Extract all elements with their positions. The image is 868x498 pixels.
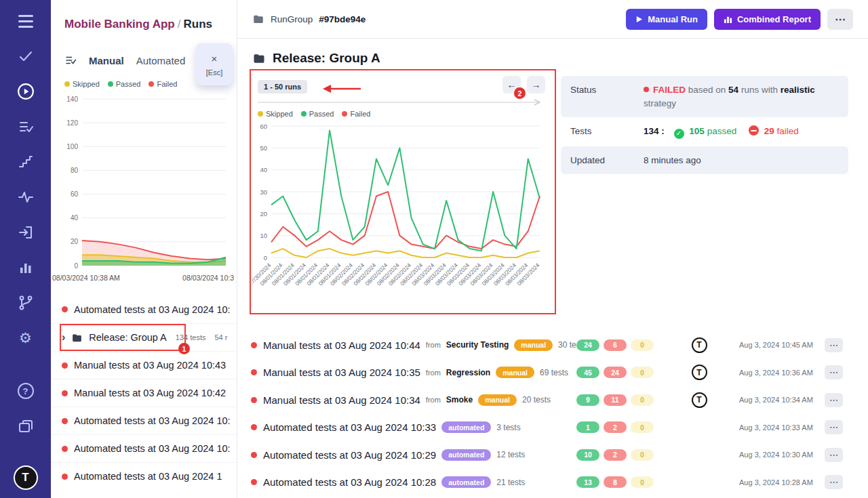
mini-runs-chart: 140120100806040200 xyxy=(55,95,237,272)
svg-text:120: 120 xyxy=(66,119,78,127)
row-more-button[interactable]: ⋯ xyxy=(825,393,843,407)
run-row[interactable]: Automated tests at 03 Aug 2024 10:33 aut… xyxy=(251,414,848,442)
app-logo[interactable]: T xyxy=(14,465,38,490)
updated-label: Updated xyxy=(570,154,644,167)
run-title[interactable]: Manual tests at 03 Aug 2024 10:44 xyxy=(263,339,420,351)
svg-text:40: 40 xyxy=(260,166,267,173)
run-row[interactable]: Manual tests at 03 Aug 2024 10:44 from S… xyxy=(251,331,848,359)
row-more-button[interactable]: ⋯ xyxy=(825,420,843,434)
annotation-arrow xyxy=(321,84,363,94)
check-icon[interactable] xyxy=(16,46,36,66)
user-avatar: T xyxy=(692,337,707,353)
automated-badge: automated xyxy=(441,449,491,461)
status-value: FAILED based on 54 runs with realistic s… xyxy=(644,83,839,110)
header-more-button[interactable]: ⋯ xyxy=(827,9,853,30)
test-list-icon[interactable] xyxy=(16,117,36,137)
list-item[interactable]: Automated tests at 03 Aug 2024 10: xyxy=(51,434,237,462)
skipped-chip: 0 xyxy=(631,367,654,378)
prev-page-button[interactable]: ← 2 xyxy=(502,76,521,94)
analytics-icon[interactable] xyxy=(16,257,36,278)
tab-automated[interactable]: Automated xyxy=(136,55,186,66)
result-chips: 9 11 0 xyxy=(576,394,659,406)
run-timestamp: Aug 3, 2024 10:33 AM xyxy=(739,423,825,432)
runs-history-chart: 605040302010007/30/202408/01/202408/01/2… xyxy=(252,122,547,313)
row-more-button[interactable]: ⋯ xyxy=(825,338,843,352)
status-panel: Status FAILED based on 54 runs with real… xyxy=(561,76,848,174)
run-title[interactable]: Automated tests at 03 Aug 2024 10: xyxy=(74,443,231,454)
chevron-right-icon[interactable]: › xyxy=(62,331,65,344)
run-title[interactable]: Automated tests at 03 Aug 2024 1 xyxy=(74,471,222,482)
esc-popup: × [Esc] xyxy=(196,43,233,85)
annotation-badge-1: 1 xyxy=(178,343,190,354)
skipped-chip: 0 xyxy=(631,476,654,488)
list-item-group[interactable]: › Release: Group A 134 tests 54 r xyxy=(51,323,237,351)
settings-icon[interactable]: ⚙ xyxy=(16,328,36,348)
row-more-button[interactable]: ⋯ xyxy=(825,475,843,489)
list-item[interactable]: Manual tests at 03 Aug 2024 10:43 xyxy=(51,351,237,379)
main-chart-legend: Skipped Passed Failed xyxy=(258,110,370,118)
run-list: Manual tests at 03 Aug 2024 10:44 from S… xyxy=(251,331,848,496)
failed-no-entry-icon xyxy=(749,125,759,136)
run-title[interactable]: Automated tests at 03 Aug 2024 10:28 xyxy=(263,476,436,488)
tab-manual[interactable]: Manual xyxy=(89,55,124,66)
close-icon[interactable]: × xyxy=(212,53,218,64)
svg-text:0: 0 xyxy=(264,254,267,262)
run-row[interactable]: Automated tests at 03 Aug 2024 10:28 aut… xyxy=(251,469,848,497)
header-actions: Manual Run Combined Report ⋯ xyxy=(626,9,853,30)
list-item[interactable]: Manual tests at 03 Aug 2024 10:42 xyxy=(51,379,237,407)
rungroup-id: #97bde94e xyxy=(319,14,366,24)
legend-skipped: Skipped xyxy=(64,80,100,88)
run-timestamp: Aug 3, 2024 10:28 AM xyxy=(739,478,825,486)
failed-dot xyxy=(62,446,68,452)
tests-count: 30 tests xyxy=(558,340,576,350)
run-row[interactable]: Manual tests at 03 Aug 2024 10:35 from R… xyxy=(251,359,848,387)
runs-icon[interactable] xyxy=(16,81,36,102)
row-more-button[interactable]: ⋯ xyxy=(825,365,843,379)
breadcrumb-project[interactable]: Mobile Banking App xyxy=(64,18,175,30)
failed-dot-icon xyxy=(149,81,154,87)
menu-icon[interactable] xyxy=(16,11,36,31)
row-more-button[interactable]: ⋯ xyxy=(825,448,843,462)
breadcrumb-separator: / xyxy=(175,18,184,30)
run-title[interactable]: Manual tests at 03 Aug 2024 10:35 xyxy=(263,367,420,378)
passed-chip: 13 xyxy=(576,476,599,488)
tests-count: 12 tests xyxy=(496,450,525,459)
status-runs-count: 54 xyxy=(728,85,738,95)
import-icon[interactable] xyxy=(16,222,36,243)
run-title[interactable]: Automated tests at 03 Aug 2024 10: xyxy=(74,304,231,315)
run-from-label: from xyxy=(426,396,441,404)
user-avatar: T xyxy=(692,365,707,380)
failed-dot xyxy=(251,369,257,375)
failed-dot xyxy=(62,362,68,369)
next-page-button[interactable]: → xyxy=(527,76,545,94)
manual-run-button[interactable]: Manual Run xyxy=(626,9,707,30)
projects-icon[interactable] xyxy=(16,416,36,436)
group-title[interactable]: Release: Group A xyxy=(89,332,166,343)
list-item[interactable]: Automated tests at 03 Aug 2024 10: xyxy=(51,295,237,323)
failed-chip: 2 xyxy=(604,421,627,433)
steps-icon[interactable] xyxy=(16,152,36,172)
list-item[interactable]: Automated tests at 03 Aug 2024 10: xyxy=(51,407,237,434)
run-row[interactable]: Automated tests at 03 Aug 2024 10:29 aut… xyxy=(251,441,848,469)
help-icon[interactable]: ? xyxy=(16,381,36,401)
manual-badge: manual xyxy=(496,367,534,378)
run-title[interactable]: Automated tests at 03 Aug 2024 10:33 xyxy=(263,421,436,433)
run-title[interactable]: Manual tests at 03 Aug 2024 10:42 xyxy=(74,388,226,398)
sidebar-run-list: Automated tests at 03 Aug 2024 10: › Rel… xyxy=(51,295,237,490)
run-row[interactable]: Manual tests at 03 Aug 2024 10:34 from S… xyxy=(251,386,848,414)
combined-report-button[interactable]: Combined Report xyxy=(714,9,821,30)
list-item[interactable]: Automated tests at 03 Aug 2024 1 xyxy=(51,462,237,490)
run-title[interactable]: Automated tests at 03 Aug 2024 10:29 xyxy=(263,449,436,461)
svg-text:10: 10 xyxy=(260,232,267,239)
run-title[interactable]: Manual tests at 03 Aug 2024 10:34 xyxy=(263,394,420,406)
failed-dot xyxy=(251,452,257,458)
run-title[interactable]: Manual tests at 03 Aug 2024 10:43 xyxy=(74,360,226,371)
pulse-icon[interactable] xyxy=(16,187,36,207)
passed-check-icon: ✓ xyxy=(674,129,684,139)
main-header: RunGroup #97bde94e Manual Run Combined R… xyxy=(237,0,868,39)
failed-chip: 24 xyxy=(604,367,627,378)
svg-text:30: 30 xyxy=(260,188,267,196)
branch-icon[interactable] xyxy=(16,293,36,313)
run-title[interactable]: Automated tests at 03 Aug 2024 10: xyxy=(74,415,231,426)
svg-text:140: 140 xyxy=(66,96,78,103)
